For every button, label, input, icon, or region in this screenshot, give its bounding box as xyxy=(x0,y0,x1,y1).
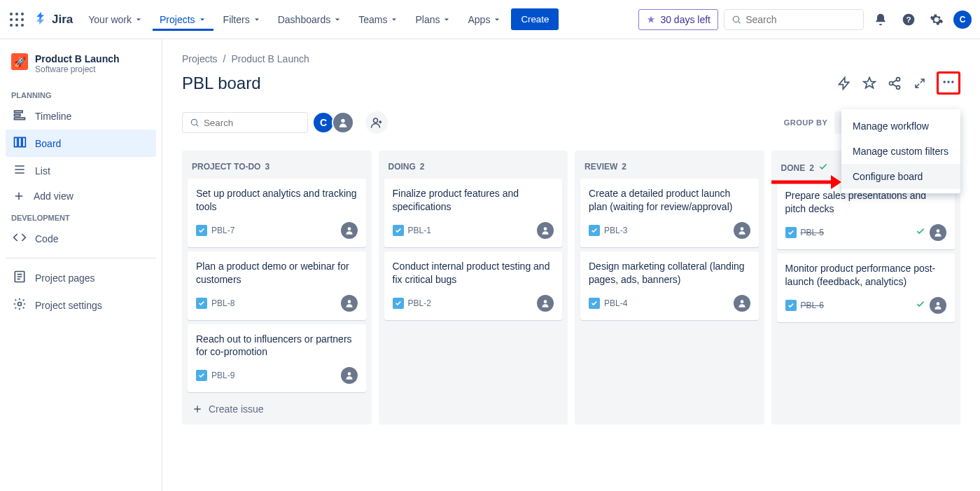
svg-point-23 xyxy=(944,81,946,83)
nav-item-teams[interactable]: Teams xyxy=(351,8,405,31)
notifications-icon[interactable] xyxy=(869,8,892,31)
board-icon xyxy=(13,135,27,151)
issue-key: PBL-4 xyxy=(589,298,627,309)
svg-point-19 xyxy=(18,303,22,306)
assignee-avatar[interactable] xyxy=(734,222,750,239)
board-search-input[interactable] xyxy=(204,118,300,128)
assignee-avatar[interactable] xyxy=(341,295,358,312)
nav-item-projects[interactable]: Projects xyxy=(153,8,214,31)
done-check-icon xyxy=(916,299,925,311)
svg-point-30 xyxy=(374,118,378,123)
svg-point-31 xyxy=(347,227,351,230)
menu-item-manage-workflow[interactable]: Manage workflow xyxy=(841,113,960,139)
global-search-input[interactable] xyxy=(746,14,856,25)
sidebar-divider xyxy=(6,258,156,258)
search-icon xyxy=(190,117,200,128)
task-icon xyxy=(393,298,404,309)
svg-point-22 xyxy=(897,85,900,89)
sidebar-item-list[interactable]: List xyxy=(6,157,156,184)
more-actions-menu: Manage workflowManage custom filtersConf… xyxy=(841,109,960,193)
trial-days-pill[interactable]: 30 days left xyxy=(638,9,718,30)
svg-rect-12 xyxy=(15,111,23,113)
svg-point-0 xyxy=(10,13,13,15)
star-icon[interactable] xyxy=(861,75,878,92)
svg-rect-16 xyxy=(18,137,21,146)
assignee-avatar[interactable] xyxy=(341,222,358,239)
issue-card[interactable]: Design marketing collateral (landing pag… xyxy=(580,251,759,320)
sidebar-item-board[interactable]: Board xyxy=(6,130,156,157)
jira-logo[interactable]: Jira xyxy=(34,12,73,27)
issue-card[interactable]: Reach out to influencers or partners for… xyxy=(188,324,366,393)
create-button[interactable]: Create xyxy=(511,8,559,30)
avatar-unassigned[interactable] xyxy=(332,111,354,134)
create-issue-button[interactable]: Create issue xyxy=(188,396,366,415)
card-title: Design marketing collateral (landing pag… xyxy=(589,260,750,286)
svg-point-25 xyxy=(951,81,953,83)
fullscreen-icon[interactable] xyxy=(911,75,928,92)
user-avatar[interactable]: C xyxy=(953,11,972,29)
issue-card[interactable]: Plan a product demo or webinar for custo… xyxy=(188,251,366,320)
sidebar: 🚀 Product B Launch Software project PLAN… xyxy=(0,39,162,491)
issue-card[interactable]: Set up product analytics and tracking to… xyxy=(188,179,366,247)
svg-point-38 xyxy=(937,229,940,233)
task-icon xyxy=(785,300,797,311)
top-navigation: Jira Your workProjectsFiltersDashboardsT… xyxy=(0,0,980,39)
assignee-avatar[interactable] xyxy=(537,222,554,239)
global-search[interactable] xyxy=(724,9,864,30)
board-search[interactable] xyxy=(182,112,308,133)
svg-point-8 xyxy=(21,24,24,27)
nav-item-plans[interactable]: Plans xyxy=(408,8,458,31)
share-icon[interactable] xyxy=(886,75,903,92)
task-icon xyxy=(196,225,207,236)
more-actions-button[interactable] xyxy=(937,71,960,95)
menu-item-configure-board[interactable]: Configure board xyxy=(841,164,960,189)
project-pages-icon xyxy=(13,270,27,286)
card-title: Monitor product performance post-launch … xyxy=(785,262,947,289)
breadcrumb-project[interactable]: Product B Launch xyxy=(231,53,309,64)
assignee-avatar[interactable] xyxy=(537,295,554,312)
svg-point-39 xyxy=(937,302,940,305)
sidebar-item-timeline[interactable]: Timeline xyxy=(6,102,156,130)
svg-point-35 xyxy=(544,300,547,303)
svg-point-3 xyxy=(10,18,13,21)
assignee-avatar[interactable] xyxy=(930,297,946,314)
sidebar-item-project-settings[interactable]: Project settings xyxy=(6,291,156,319)
timeline-icon xyxy=(13,108,27,124)
nav-item-your-work[interactable]: Your work xyxy=(81,8,150,31)
help-icon[interactable]: ? xyxy=(897,8,920,31)
chevron-down-icon xyxy=(493,15,501,24)
sidebar-item-project-pages[interactable]: Project pages xyxy=(6,264,156,291)
project-header[interactable]: 🚀 Product B Launch Software project xyxy=(6,53,156,85)
column-review: REVIEW 2 Create a detailed product launc… xyxy=(575,151,764,424)
sidebar-add-view[interactable]: Add view xyxy=(6,184,156,208)
app-switcher-icon[interactable] xyxy=(8,11,25,28)
issue-card[interactable]: Monitor product performance post-launch … xyxy=(777,254,955,322)
issue-card[interactable]: Create a detailed product launch plan (w… xyxy=(580,179,759,247)
assignee-avatar[interactable] xyxy=(734,295,750,312)
board-title: PBL board xyxy=(182,74,261,93)
automation-icon[interactable] xyxy=(836,75,853,92)
breadcrumb-projects[interactable]: Projects xyxy=(182,53,218,64)
assignee-avatar[interactable] xyxy=(341,367,358,384)
nav-item-dashboards[interactable]: Dashboards xyxy=(271,8,349,31)
card-title: Reach out to influencers or partners for… xyxy=(196,333,358,359)
logo-text: Jira xyxy=(52,13,73,27)
arrow-annotation xyxy=(771,174,841,193)
issue-key: PBL-7 xyxy=(196,225,234,236)
menu-item-manage-custom-filters[interactable]: Manage custom filters xyxy=(841,139,960,164)
issue-card[interactable]: Conduct internal product testing and fix… xyxy=(384,251,563,320)
project-name: Product B Launch xyxy=(35,53,120,64)
svg-point-6 xyxy=(10,24,13,27)
issue-card[interactable]: Finalize product features and specificat… xyxy=(384,179,563,247)
list-icon xyxy=(13,162,27,179)
nav-item-apps[interactable]: Apps xyxy=(461,8,508,31)
sidebar-item-code[interactable]: Code xyxy=(6,225,156,252)
svg-point-4 xyxy=(15,18,18,21)
settings-icon[interactable] xyxy=(925,8,948,31)
chevron-down-icon xyxy=(442,15,451,24)
assignee-avatar[interactable] xyxy=(930,224,946,241)
nav-item-filters[interactable]: Filters xyxy=(216,8,268,31)
plus-icon xyxy=(192,403,203,415)
add-people-button[interactable] xyxy=(365,111,388,134)
svg-rect-14 xyxy=(15,118,25,120)
